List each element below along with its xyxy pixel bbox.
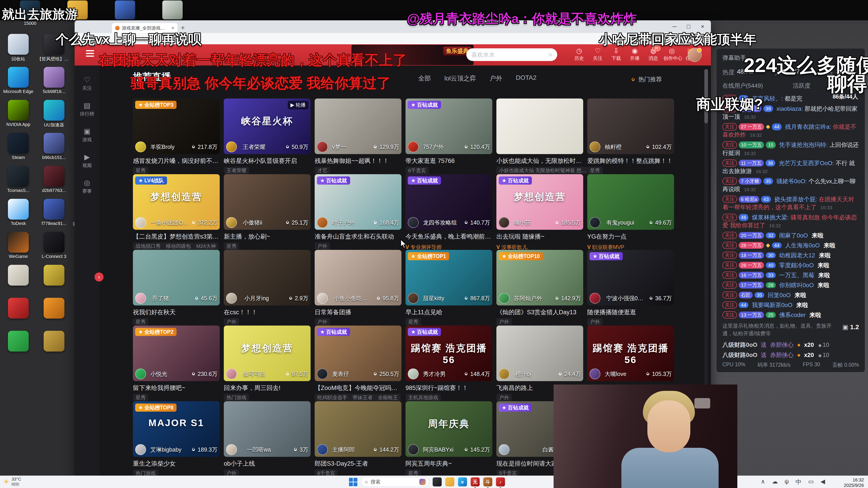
- stream-title[interactable]: 回来办事，周三回去!: [224, 384, 311, 392]
- stream-title[interactable]: 新主播，放心刷~: [224, 232, 311, 240]
- stream-cover[interactable]: ★ ▶ 橙汁oj 24.4万: [496, 326, 583, 381]
- category-chip[interactable]: 移动四级包: [163, 242, 193, 250]
- taskbar-app-icon[interactable]: 无: [471, 477, 480, 486]
- stat-label[interactable]: 活跃度: [793, 82, 811, 90]
- header-nav-item[interactable]: ♡ 关注: [589, 46, 606, 61]
- category-chip[interactable]: 星秀: [224, 242, 239, 250]
- stream-card[interactable]: ★ ▶ 有鬼yougui 49.6万 YG在: [587, 174, 674, 250]
- stream-title[interactable]: 残暴热舞御姐~~超飒！！！: [315, 157, 401, 165]
- join-username[interactable]: 你别瞎叫0oO: [779, 282, 814, 289]
- desktop-icon[interactable]: UU加速器: [37, 100, 71, 133]
- stream-title[interactable]: 随便播播随便逛逛: [587, 308, 674, 316]
- user-badge[interactable]: ◆: [766, 123, 770, 130]
- stream-title[interactable]: 准备舟山盲盒求生和石头联动: [315, 232, 401, 240]
- stream-title[interactable]: 爱跳舞的模特！！整点跳舞！！: [587, 157, 674, 165]
- header-nav-item[interactable]: ◍ 消息 20: [645, 46, 662, 61]
- desktop-icon[interactable]: 回收站: [1, 34, 35, 67]
- user-badge[interactable]: 40: [766, 262, 776, 268]
- stream-card[interactable]: ★百钻成就 ▶ 梦想创造营 嗨小莎 185.5万: [496, 174, 583, 250]
- stream-card[interactable]: ★ ▶ 小傲猪ii 25.1万 新主播，放心: [224, 174, 311, 250]
- stream-title[interactable]: 带大家逛逛 75766: [405, 157, 492, 165]
- stream-title[interactable]: ob小子上线: [224, 459, 311, 468]
- category-chip[interactable]: 户外: [315, 318, 330, 326]
- sidebar-item[interactable]: ▶ 视频: [74, 153, 99, 168]
- stream-card[interactable]: ★全站榜TOP8 ▶ MAJOR S1 艾琳bigbaby 189.3万: [133, 401, 220, 476]
- join-username[interactable]: 零度颇冷0oO: [779, 262, 814, 269]
- weather-widget[interactable]: ☀ 33°C 晴朗: [3, 477, 21, 487]
- user-badge[interactable]: 28 一万五: [739, 242, 764, 249]
- user-badge[interactable]: 30: [766, 252, 776, 258]
- chat-username[interactable]: 骚姥爷0oO: [776, 178, 805, 185]
- desktop-icon[interactable]: TcomasS...: [1, 166, 35, 199]
- tray-icon[interactable]: ◀: [820, 478, 825, 486]
- stream-cover[interactable]: ★ ▶ 周年庆典 阿宾BABYxi 145.2万: [405, 401, 492, 457]
- stream-card[interactable]: ★百钻成就 ▶ 叶子户外 168.4万 准备: [315, 174, 401, 250]
- sidebar-item[interactable]: ♡ 关注: [74, 75, 99, 91]
- category-chip[interactable]: 户外: [496, 394, 512, 401]
- desktop-icon[interactable]: b96cb151...: [37, 133, 71, 166]
- user-badge[interactable]: 35: [754, 292, 764, 298]
- category-chip[interactable]: 星秀: [133, 394, 148, 401]
- user-badge[interactable]: 关注: [722, 141, 737, 149]
- user-badge[interactable]: 关注: [722, 271, 737, 279]
- stream-cover[interactable]: ★ ▶ 小傲猪ii 25.1万: [224, 174, 311, 230]
- start-button[interactable]: [348, 477, 358, 486]
- desktop-icon[interactable]: Microsoft Edge: [1, 67, 35, 100]
- desktop-icon[interactable]: 5cb98f18...: [37, 67, 71, 100]
- sidebar-item[interactable]: ▤ 排行榜: [74, 101, 99, 117]
- hot-recommend-link[interactable]: 热门推荐: [630, 75, 662, 84]
- category-chip[interactable]: 主机其他游戏: [405, 394, 441, 401]
- user-badge[interactable]: 11 一万五: [739, 160, 764, 166]
- user-badge[interactable]: 25: [766, 312, 776, 318]
- category-chip[interactable]: 星秀: [133, 318, 148, 326]
- taskbar-app-icon[interactable]: [433, 477, 442, 486]
- desktop-icon[interactable]: [1, 331, 35, 364]
- category-chip[interactable]: 星秀: [587, 167, 602, 174]
- stream-title[interactable]: 出去玩啦 随缘播~: [496, 232, 583, 240]
- user-badge[interactable]: 10 一万五: [739, 141, 764, 148]
- desktop-icon[interactable]: NVIDIA App: [1, 100, 35, 133]
- stream-cover[interactable]: ★百钻成就 ▶ 麦表仔 250.5万: [315, 326, 401, 381]
- stream-card[interactable]: ★ ▶ v梦一 129.9万 残暴热舞御姐~: [315, 98, 401, 174]
- user-badge[interactable]: 16 一万五: [739, 272, 764, 279]
- desktop-icon[interactable]: [37, 265, 71, 298]
- category-chip[interactable]: 带妹王者: [350, 394, 375, 401]
- site-search-box[interactable]: 喜欢水水 ○: [466, 48, 557, 61]
- taskbar-app-icon[interactable]: [445, 477, 454, 486]
- chat-username[interactable]: 残月青衣踏尘吟a: [785, 123, 829, 130]
- stream-cover[interactable]: ★ ▶ 一凹嗒wa 3万: [224, 401, 311, 457]
- taskbar-app-icon[interactable]: e: [458, 477, 467, 486]
- user-badge[interactable]: 关注: [722, 282, 737, 289]
- user-badge[interactable]: 26 一万五: [739, 262, 764, 269]
- stream-cover[interactable]: ★百钻成就 ▶ 叶子户外 168.4万: [315, 174, 401, 230]
- stream-card[interactable]: ★全站榜TOP1 ▶ 甜星kitty 867.8万: [405, 250, 492, 326]
- tray-icon[interactable]: ☁: [772, 478, 778, 486]
- chat-username[interactable]: 光芒万丈至西罗OoO: [779, 160, 832, 166]
- category-chip[interactable]: 王者荣耀: [224, 167, 249, 174]
- user-badge[interactable]: 28: [766, 282, 776, 288]
- stream-title[interactable]: 郎团S3-Day25-王者: [315, 459, 401, 468]
- user-badge[interactable]: 46: [739, 214, 748, 221]
- taskbar-search[interactable]: ○ 搜索: [361, 477, 429, 487]
- user-badge[interactable]: 关注: [722, 160, 737, 167]
- desktop-icon[interactable]: [1, 265, 35, 298]
- user-badge[interactable]: 关注: [722, 262, 737, 269]
- user-badge[interactable]: 27 一万五: [739, 123, 764, 130]
- header-nav-item[interactable]: ◉ 开播: [626, 46, 643, 61]
- category-tab[interactable]: 户外: [490, 74, 502, 83]
- stream-cover[interactable]: ★LV4战队 ▶ 梦想创造营 一条小团团OvO 372.2万: [133, 174, 220, 230]
- user-badge[interactable]: 38: [766, 160, 775, 166]
- stream-card[interactable]: ★百钻成就 ▶ 踢馆赛 浩克团播56 秀才冷男 148.4万: [405, 326, 492, 401]
- tray-icon[interactable]: 中: [796, 478, 801, 486]
- desktop-icon[interactable]: Steam: [1, 133, 35, 166]
- user-badge[interactable]: 13 一万五: [739, 312, 764, 318]
- category-chip[interactable]: 6千贵宾: [315, 469, 338, 476]
- user-badge[interactable]: 关注: [722, 232, 737, 239]
- stream-cover[interactable]: ★百钻成就 ▶ 宁波小强强0oO 36.7万: [587, 250, 674, 305]
- category-chip[interactable]: 全能枪王: [375, 394, 401, 401]
- user-badge[interactable]: 关注: [722, 177, 737, 185]
- stream-cover[interactable]: ★ ▶ 轮播 峡谷星火杯 王者荣耀 50.9万: [224, 98, 311, 154]
- menu-icon[interactable]: [86, 50, 94, 58]
- category-tab[interactable]: 全部: [418, 74, 431, 83]
- gift-sender[interactable]: 八级财路0oO: [722, 341, 757, 348]
